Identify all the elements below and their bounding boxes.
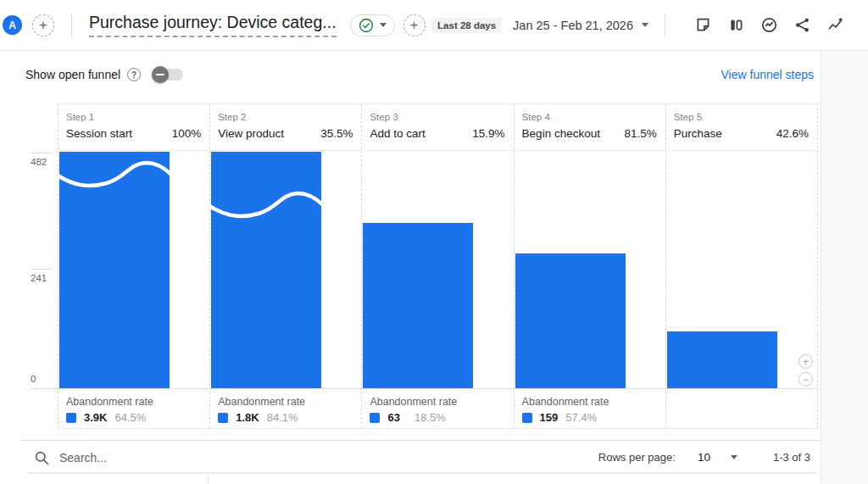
add-snapshot-button[interactable]: +: [403, 14, 426, 36]
step-name: Purchase: [674, 127, 722, 140]
chevron-down-icon: [380, 23, 387, 27]
step-rate: 15.9%: [472, 127, 504, 140]
abandonment-value: 1.8K: [236, 411, 259, 424]
step-rate: 35.5%: [320, 127, 353, 140]
table-column-divider: [208, 475, 209, 484]
date-range-picker[interactable]: Jan 25 - Feb 21, 2026: [513, 19, 648, 32]
step-number: Step 2: [218, 112, 353, 122]
step-plot: [210, 152, 361, 389]
abandonment-swatch: [370, 413, 380, 423]
date-range-chip: Last 28 days: [431, 18, 502, 33]
search-icon: [32, 448, 51, 467]
funnel-bar-step-1[interactable]: [59, 152, 170, 389]
insights-icon: [760, 16, 778, 34]
y-tick-line: [31, 153, 53, 153]
chevron-down-icon: [731, 455, 737, 459]
abandonment-label: Abandonment rate: [522, 396, 665, 408]
funnel-step-column-2: Step 2 View product 35.5% Abandonment ra…: [209, 104, 361, 428]
view-funnel-steps-link[interactable]: View funnel steps: [721, 68, 814, 81]
clip-wave-icon: [58, 159, 171, 189]
table-top-edge: [28, 472, 816, 474]
pagination-range: 1-3 of 3: [773, 451, 810, 464]
notes-icon: [694, 16, 712, 34]
chevron-down-icon: [642, 23, 648, 27]
step-header: Step 3 Add to cart 15.9%: [362, 104, 513, 151]
step-rate: 100%: [172, 127, 202, 140]
abandonment-cell: Abandonment rate 159 57.4%: [515, 389, 665, 430]
abandonment-value: 159: [540, 411, 559, 424]
step-rate: 42.6%: [776, 127, 809, 140]
abandonment-cell: Abandonment rate 63 18.5%: [362, 389, 513, 430]
step-plot: [362, 152, 513, 389]
search-input[interactable]: [59, 451, 598, 465]
comparison-icon: [727, 16, 745, 34]
clip-wave-icon: [209, 189, 323, 220]
zoom-in-button[interactable]: +: [798, 354, 813, 369]
step-number: Step 5: [674, 112, 809, 122]
abandonment-cell-empty: [666, 389, 817, 430]
rows-per-page-label: Rows per page:: [598, 451, 676, 464]
y-tick-label: 0: [31, 374, 36, 384]
abandonment-pct: 64.5%: [114, 411, 146, 424]
comparison-button[interactable]: [726, 16, 745, 35]
funnel-step-column-4: Step 4 Begin checkout 81.5% Abandonment …: [514, 104, 665, 428]
step-name: Begin checkout: [522, 127, 600, 140]
funnel-controls-row: Show open funnel ? View funnel steps: [25, 61, 814, 88]
step-name: Add to cart: [370, 127, 425, 140]
help-icon[interactable]: ?: [127, 68, 141, 81]
validation-status-button[interactable]: [350, 14, 395, 36]
chart-baseline: [31, 388, 818, 389]
notes-button[interactable]: [693, 16, 712, 35]
funnel-step-column-5: Step 5 Purchase 42.6%: [665, 104, 817, 428]
zoom-out-button[interactable]: −: [798, 372, 813, 387]
insights-button[interactable]: [760, 16, 778, 35]
trends-icon: [826, 16, 844, 34]
add-tab-button[interactable]: +: [32, 14, 54, 36]
step-plot: [58, 152, 209, 389]
abandonment-label: Abandonment rate: [66, 396, 209, 408]
show-open-funnel-label: Show open funnel: [25, 68, 120, 81]
y-axis: 482 241 0: [31, 103, 56, 388]
share-button[interactable]: [793, 16, 811, 35]
step-name: View product: [218, 127, 284, 140]
page-title[interactable]: Purchase journey: Device categ...: [89, 13, 337, 37]
step-plot: [666, 152, 817, 389]
abandonment-value: 3.9K: [84, 411, 107, 424]
show-open-funnel-toggle[interactable]: [154, 69, 183, 81]
y-tick-label: 241: [31, 273, 47, 283]
abandonment-cell: Abandonment rate 3.9K 64.5%: [58, 389, 209, 430]
chart-zoom-controls: + −: [798, 354, 813, 387]
trends-button[interactable]: [826, 16, 844, 35]
y-tick-label: 482: [31, 157, 47, 167]
abandonment-cell: Abandonment rate 1.8K 84.1%: [210, 389, 361, 430]
step-number: Step 1: [66, 112, 201, 122]
step-plot: [515, 152, 665, 389]
step-header: Step 2 View product 35.5%: [210, 104, 361, 151]
rows-per-page-select[interactable]: 10: [698, 451, 737, 464]
right-panel-gutter: [821, 51, 868, 484]
abandonment-label: Abandonment rate: [218, 396, 361, 408]
step-number: Step 4: [522, 112, 657, 122]
funnel-columns: Step 1 Session start 100% Abandonment ra…: [58, 103, 818, 429]
funnel-bar-step-2[interactable]: [211, 152, 321, 389]
check-circle-icon: [359, 18, 374, 33]
abandonment-swatch: [522, 413, 532, 423]
step-header: Step 4 Begin checkout 81.5%: [515, 104, 665, 151]
y-tick-line: [31, 269, 53, 270]
abandonment-swatch: [66, 413, 76, 423]
step-name: Session start: [66, 127, 132, 140]
step-rate: 81.5%: [625, 127, 657, 140]
share-icon: [793, 16, 811, 34]
funnel-bar-step-3[interactable]: [363, 223, 473, 389]
rows-per-page-value: 10: [698, 451, 710, 464]
date-range-value: Jan 25 - Feb 21, 2026: [513, 19, 633, 32]
header-divider: [71, 14, 72, 37]
abandonment-value: 63: [387, 411, 399, 424]
header-divider: [665, 14, 665, 37]
funnel-step-column-1: Step 1 Session start 100% Abandonment ra…: [58, 104, 209, 428]
funnel-bar-step-4[interactable]: [515, 253, 626, 389]
step-number: Step 3: [370, 112, 504, 122]
table-toolbar: Rows per page: 10 1-3 of 3: [20, 440, 821, 474]
avatar[interactable]: A: [3, 15, 22, 35]
funnel-bar-step-5[interactable]: [667, 331, 777, 389]
